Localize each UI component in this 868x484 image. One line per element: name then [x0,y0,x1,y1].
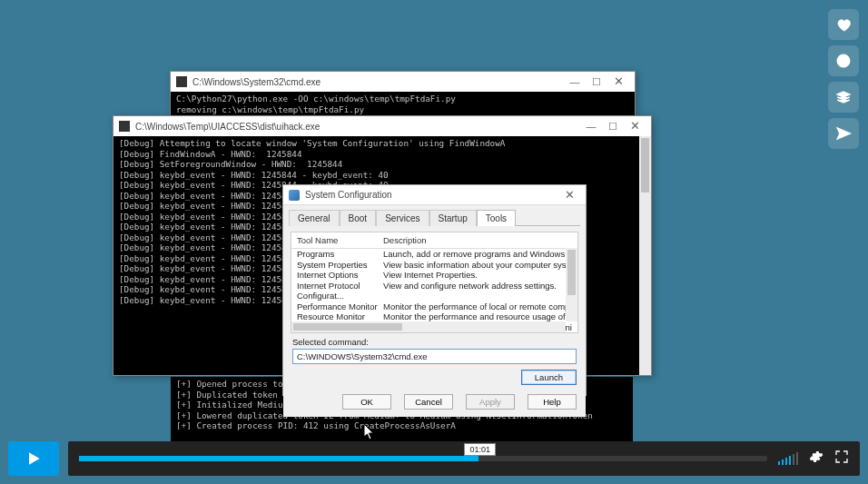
tool-row[interactable]: ProgramsLaunch, add or remove programs a… [291,249,577,260]
progress-fill [79,456,478,461]
maximize-button[interactable]: ☐ [602,120,624,133]
send-icon[interactable] [828,118,859,149]
tab-tools[interactable]: Tools [477,210,516,226]
tools-list: Tool Name Description ProgramsLaunch, ad… [291,232,578,333]
tab-general[interactable]: General [289,210,340,226]
window-title: C:\Windows\Temp\UIACCESS\dist\uihack.exe [135,122,320,132]
close-button[interactable]: ✕ [624,120,646,133]
minimize-button[interactable]: — [564,75,586,88]
scrollbar-horizontal[interactable] [291,321,566,332]
tools-header: Tool Name Description [291,232,577,249]
close-button[interactable]: ✕ [558,189,580,202]
selected-command-input[interactable] [292,349,577,364]
tool-row[interactable]: Internet Protocol Configurat...View and … [291,281,577,301]
play-button[interactable] [8,441,59,476]
player-controls: 01:01 [68,441,860,476]
dialog-titlebar[interactable]: System Configuration ✕ [283,185,586,205]
cmd-icon [119,121,130,132]
fullscreen-icon[interactable] [834,449,849,468]
cmd-icon [176,76,187,87]
tool-row[interactable]: Performance MonitorMonitor the performan… [291,301,577,312]
tab-services[interactable]: Services [376,210,429,226]
scrollbar-vertical[interactable] [566,248,577,321]
launch-button[interactable]: Launch [521,370,577,385]
progress-track[interactable]: 01:01 [79,456,767,461]
msconfig-icon [289,190,300,201]
tab-startup[interactable]: Startup [429,210,477,226]
titlebar-cmd2[interactable]: C:\Windows\Temp\UIACCESS\dist\uihack.exe… [113,116,651,136]
heart-icon[interactable] [828,9,859,40]
scrollbar-vertical[interactable] [639,136,651,375]
settings-gear-icon[interactable] [809,449,824,468]
time-tooltip: 01:01 [464,443,496,456]
clock-icon[interactable] [828,45,859,76]
video-player-bar: 01:01 [8,441,860,476]
ok-button[interactable]: OK [342,394,391,410]
close-button[interactable]: ✕ [607,75,629,88]
side-icon-panel [828,9,859,149]
system-configuration-dialog: System Configuration ✕ GeneralBootServic… [282,184,587,396]
tool-row[interactable]: Command PromptOpen a command prompt wind… [291,332,577,333]
tool-row[interactable]: System PropertiesView basic information … [291,260,577,271]
cancel-button[interactable]: Cancel [404,394,453,410]
volume-icon[interactable] [778,452,798,465]
tool-row[interactable]: Resource MonitorMonitor the performance … [291,311,577,322]
column-description[interactable]: Description [383,235,572,245]
tab-boot[interactable]: Boot [340,210,377,226]
titlebar-cmd1[interactable]: C:\Windows\System32\cmd.exe — ☐ ✕ [171,72,635,92]
help-button[interactable]: Help [528,394,577,410]
minimize-button[interactable]: — [580,120,602,133]
window-title: C:\Windows\System32\cmd.exe [192,77,321,87]
selected-command-label: Selected command: [292,337,577,347]
apply-button: Apply [466,394,515,410]
maximize-button[interactable]: ☐ [586,75,607,88]
dialog-title: System Configuration [305,190,392,200]
stack-icon[interactable] [828,82,859,113]
cmd-window-1: C:\Windows\System32\cmd.exe — ☐ ✕ C:\Pyt… [170,71,636,116]
column-tool-name[interactable]: Tool Name [297,235,383,245]
dialog-tabs: GeneralBootServicesStartupTools [283,205,586,225]
tool-row[interactable]: Internet OptionsView Internet Properties… [291,270,577,281]
